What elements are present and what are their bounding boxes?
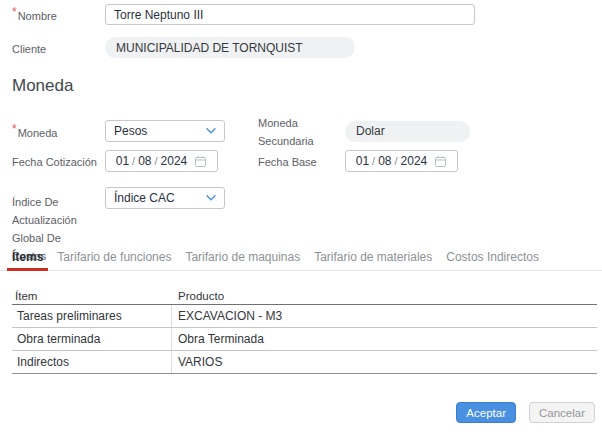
table-header-row: Ítem Producto xyxy=(12,287,597,305)
calendar-icon[interactable] xyxy=(194,155,207,168)
indice-select[interactable]: Índice CAC xyxy=(105,187,225,209)
tab-tarifario-materiales[interactable]: Tarifario de materiales xyxy=(309,250,437,271)
tab-tarifario-maquinas[interactable]: Tarifario de maquinas xyxy=(180,250,305,271)
moneda-select[interactable]: Pesos xyxy=(105,120,225,142)
nombre-row: *Nombre Torre Neptuno III xyxy=(12,4,475,25)
tab-costos-indirectos[interactable]: Costos Indirectos xyxy=(441,250,544,271)
date-month: 08 xyxy=(378,154,391,168)
chevron-down-icon xyxy=(206,195,216,201)
table-row[interactable]: Obra terminada Obra Terminada xyxy=(12,328,597,351)
cliente-label-wrap: Cliente xyxy=(12,39,105,57)
chevron-down-icon xyxy=(206,128,216,134)
items-table: Ítem Producto Tareas preliminares EXCAVA… xyxy=(12,287,597,374)
date-separator: / xyxy=(395,155,398,167)
required-asterisk: * xyxy=(12,5,17,19)
fecha-row: Fecha Cotización 01 / 08 / 2024 Fecha Ba… xyxy=(12,150,458,172)
date-separator: / xyxy=(155,155,158,167)
cancel-button[interactable]: Cancelar xyxy=(529,402,595,423)
table-row[interactable]: Tareas preliminares EXCAVACION - M3 xyxy=(12,305,597,328)
cliente-value: MUNICIPALIDAD DE TORNQUIST xyxy=(116,41,303,55)
accept-button[interactable]: Aceptar xyxy=(456,402,516,423)
nombre-label: Nombre xyxy=(18,10,57,22)
nombre-input-value: Torre Neptuno III xyxy=(114,8,203,22)
fecha-cotizacion-label: Fecha Cotización xyxy=(12,156,97,168)
nombre-label-wrap: *Nombre xyxy=(12,5,105,24)
tab-items[interactable]: Ítems xyxy=(7,250,48,271)
moneda-label-wrap: *Moneda xyxy=(12,122,105,141)
fecha-cotizacion-field-wrap: 01 / 08 / 2024 xyxy=(105,150,258,172)
date-day: 01 xyxy=(356,154,369,168)
cliente-row: Cliente MUNICIPALIDAD DE TORNQUIST xyxy=(12,37,355,58)
moneda-secundaria-label-wrap: Moneda Secundaria xyxy=(258,113,345,149)
moneda-field-wrap: Pesos xyxy=(105,120,258,142)
cell-item: Obra terminada xyxy=(12,328,172,350)
table-row[interactable]: Indirectos VARIOS xyxy=(12,351,597,374)
moneda-section-title: Moneda xyxy=(12,76,73,96)
calendar-icon[interactable] xyxy=(434,155,447,168)
moneda-row: *Moneda Pesos Moneda Secundaria Dolar xyxy=(12,113,470,149)
date-day: 01 xyxy=(116,154,129,168)
column-header-item: Ítem xyxy=(12,290,172,302)
quotation-form-page: *Nombre Torre Neptuno III Cliente MUNICI… xyxy=(0,0,602,435)
fecha-base-label-wrap: Fecha Base xyxy=(258,152,345,170)
indice-select-value: Índice CAC xyxy=(114,191,175,205)
fecha-base-input[interactable]: 01 / 08 / 2024 xyxy=(345,150,458,172)
tab-bar: Ítems Tarifario de funciones Tarifario d… xyxy=(0,252,602,271)
fecha-cotizacion-label-wrap: Fecha Cotización xyxy=(12,152,105,170)
moneda-secundaria-readonly-field: Dolar xyxy=(345,121,470,142)
moneda-label: Moneda xyxy=(18,127,58,139)
date-month: 08 xyxy=(138,154,151,168)
tab-tarifario-funciones[interactable]: Tarifario de funciones xyxy=(52,250,176,271)
cell-item: Tareas preliminares xyxy=(12,305,172,327)
required-asterisk: * xyxy=(12,122,17,136)
fecha-cotizacion-input[interactable]: 01 / 08 / 2024 xyxy=(105,150,218,172)
cell-item: Indirectos xyxy=(12,351,172,373)
cell-producto: Obra Terminada xyxy=(172,328,597,350)
date-year: 2024 xyxy=(401,154,428,168)
cell-producto: VARIOS xyxy=(172,351,597,373)
moneda-select-value: Pesos xyxy=(114,124,147,138)
moneda-secundaria-label: Moneda Secundaria xyxy=(258,117,314,147)
fecha-base-label: Fecha Base xyxy=(258,156,317,168)
date-year: 2024 xyxy=(161,154,188,168)
nombre-input[interactable]: Torre Neptuno III xyxy=(105,4,475,25)
date-separator: / xyxy=(132,155,135,167)
moneda-secundaria-value: Dolar xyxy=(356,124,385,138)
column-header-producto: Producto xyxy=(172,290,597,302)
cliente-label: Cliente xyxy=(12,43,46,55)
date-separator: / xyxy=(372,155,375,167)
cliente-readonly-field: MUNICIPALIDAD DE TORNQUIST xyxy=(105,37,355,58)
footer-actions: Aceptar Cancelar xyxy=(456,402,595,423)
cell-producto: EXCAVACION - M3 xyxy=(172,305,597,327)
